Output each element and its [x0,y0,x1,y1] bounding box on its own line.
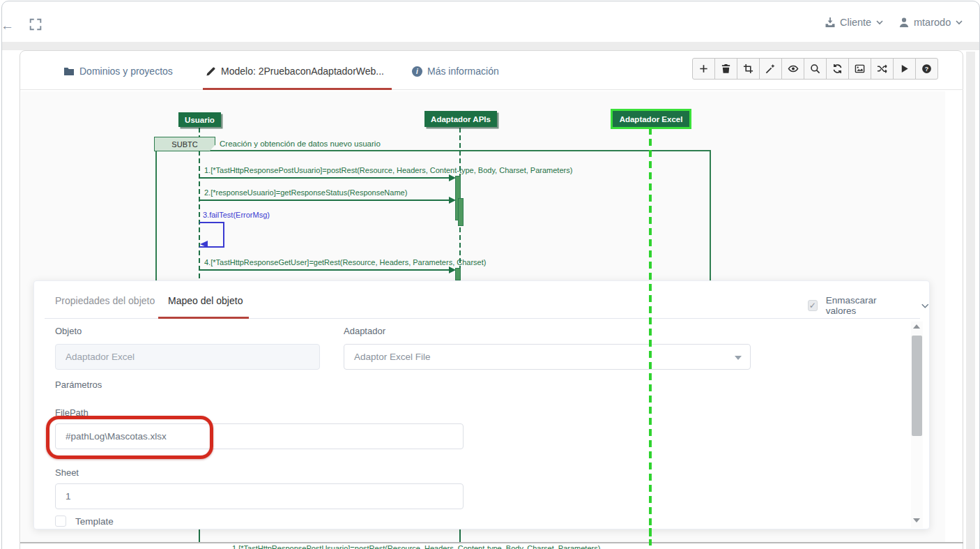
chevron-down-icon [955,18,963,27]
panel-active-tab-underline [158,317,249,319]
search-button[interactable] [804,58,827,80]
scroll-down-arrow[interactable] [913,518,920,522]
collapse-panel-chevron-icon[interactable] [921,301,929,311]
refresh-button[interactable] [826,58,849,80]
canvas-bottom-strip [21,529,945,542]
panel-tab-propiedades[interactable]: Propiedades del objeto [55,295,155,306]
app-window: ← Cliente mtarodo Dominios y proyectos M… [1,1,980,549]
fullscreen-icon[interactable] [29,18,42,31]
refresh-icon [832,63,843,74]
objeto-label: Objeto [55,326,82,336]
trash-icon [721,63,731,74]
parametros-label: Parámetros [55,379,102,390]
actor-label: Adaptador Excel [620,115,683,123]
adaptador-select[interactable]: Adaptor Excel File [344,344,751,370]
user-menu-label: mtarodo [914,17,951,28]
image-button[interactable] [848,58,871,80]
object-properties-panel: Propiedades del objeto Mapeo del objeto … [33,280,930,529]
delete-button[interactable] [714,58,737,80]
tab-modelo[interactable]: Modelo: 2PruebaconAdaptadorWeb... [206,66,384,77]
activation-bar-nested [458,198,464,226]
diagram-toolbar: ? [692,58,938,80]
mask-values-control: Enmascarar valores [808,295,929,316]
message-4[interactable]: 4.[*TastHttpResponseGetUser]=getRest(Res… [204,258,486,266]
canvas-bottom-divider [20,542,963,543]
magic-wand-button[interactable] [759,58,782,80]
message-4-line [199,269,450,271]
actor-label: Adaptador APIs [431,115,491,123]
page-scrollbar-track[interactable] [966,52,975,549]
cliente-menu[interactable]: Cliente [825,17,884,28]
message-3-arrowhead [200,241,208,248]
actor-adaptador-excel-selected[interactable]: Adaptador Excel [613,111,689,127]
message-3[interactable]: 3.failTest(ErrorMsg) [203,211,270,219]
mask-values-label: Enmascarar valores [826,295,896,316]
search-icon [810,63,820,74]
active-tab-underline [203,88,392,90]
template-checkbox[interactable] [55,516,66,527]
fragment-title: Creación y obtención de datos nuevo usua… [220,140,381,148]
help-button[interactable]: ? [915,58,938,80]
tab-mas-informacion[interactable]: i Más información [412,66,499,77]
sheet-field[interactable] [55,483,464,509]
run-button[interactable] [893,58,916,80]
activation-bar [455,268,461,280]
clipped-message-row: 1.[*TastHttpResponsePostUsuario]=postRes… [232,544,790,549]
message-2[interactable]: 2.[*responseUsuario]=getResponseStatus(R… [204,188,407,197]
fragment-frame-right [710,150,711,280]
shuffle-icon [877,63,887,74]
chevron-down-icon [875,18,884,27]
message-1-line [199,177,450,179]
shuffle-button[interactable] [871,58,894,80]
crop-icon [743,63,753,74]
panel-scrollbar-thumb[interactable] [912,336,922,436]
mask-values-checkbox[interactable] [808,300,818,311]
actor-usuario[interactable]: Usuario [178,112,221,127]
user-icon [898,17,910,28]
tab-dominios-y-proyectos[interactable]: Dominios y proyectos [63,66,173,77]
message-1[interactable]: 1.[*TastHttpResponsePostUsuario]=postRes… [204,166,572,174]
dropdown-caret-icon [735,356,742,360]
red-highlight-annotation [46,416,213,459]
svg-text:?: ? [925,66,928,73]
scroll-up-arrow[interactable] [913,324,920,329]
tab-label: Modelo: 2PruebaconAdaptadorWeb... [221,66,384,77]
eye-icon [788,63,799,74]
fragment-operator-badge[interactable]: SUBTC [154,137,215,151]
help-icon: ? [921,63,932,74]
tab-label: Dominios y proyectos [79,66,173,77]
info-icon: i [412,66,422,77]
cliente-menu-label: Cliente [840,17,871,28]
actor-adaptador-apis[interactable]: Adaptador APIs [424,111,497,127]
crop-button[interactable] [737,58,760,80]
template-control: Template [55,516,114,527]
lifeline-adaptador-excel-selected [649,128,652,546]
actor-label: Usuario [185,116,215,124]
add-button[interactable] [692,58,715,80]
user-menu[interactable]: mtarodo [898,17,963,28]
download-icon [825,17,836,28]
tab-divider [20,89,963,90]
sheet-label: Sheet [55,467,79,478]
lifeline-stub [199,529,200,542]
lifeline-stub-selected [649,528,652,546]
back-icon[interactable]: ← [1,18,14,33]
objeto-field[interactable] [55,344,320,370]
panel-tab-label: Mapeo del objeto [168,295,243,306]
adaptador-select-value: Adaptor Excel File [344,352,431,362]
folder-icon [63,66,75,77]
pencil-icon [206,66,216,77]
tab-label: Más información [427,66,499,77]
template-label: Template [75,516,114,527]
fragment-frame-top [155,150,710,151]
preview-button[interactable] [781,58,804,80]
lifeline-stub [459,529,461,542]
adaptador-label: Adaptador [344,326,385,336]
panel-tab-label: Propiedades del objeto [55,295,155,306]
add-icon [698,63,709,74]
image-icon [855,63,865,74]
panel-tab-mapeo[interactable]: Mapeo del objeto [168,295,243,306]
magic-wand-icon [765,63,776,74]
fragment-operator-label: SUBTC [171,140,197,149]
play-icon [899,63,910,74]
